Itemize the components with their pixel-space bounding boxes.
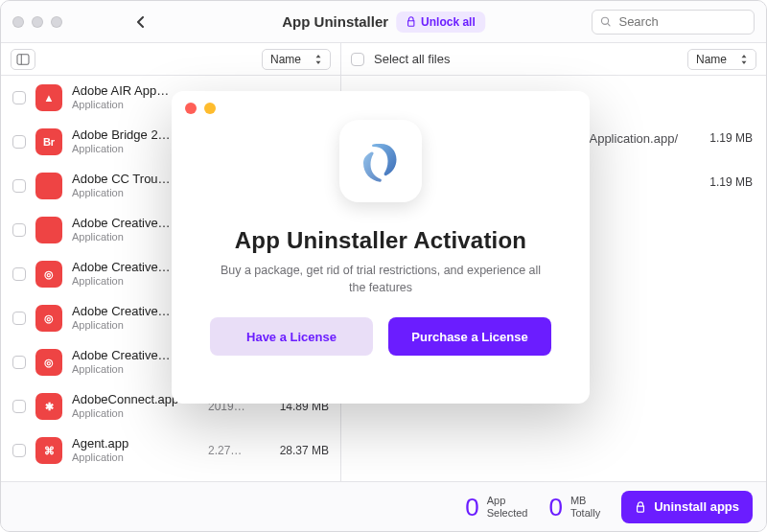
app-name: Adobe CC Trou… — [72, 173, 171, 187]
toolbar-right: Select all files Name — [341, 43, 766, 75]
size-top: MB — [570, 495, 600, 507]
select-all-label: Select all files — [374, 52, 450, 66]
lock-icon — [406, 16, 416, 27]
app-icon: Br — [35, 128, 62, 155]
file-size: 1.19 MB — [697, 175, 753, 189]
app-subtype: Application — [72, 187, 171, 199]
purchase-license-button[interactable]: Purchase a License — [388, 317, 551, 356]
checkbox-icon[interactable] — [12, 444, 26, 457]
app-text: Agent.appApplication — [72, 437, 128, 464]
checkbox-icon[interactable] — [12, 91, 26, 104]
selected-top: App — [487, 495, 528, 507]
toolbar-row: Name Select all files Name — [1, 43, 766, 76]
app-icon — [35, 217, 62, 243]
left-sort-dropdown[interactable]: Name — [262, 49, 331, 70]
app-name: Adobe Creative… — [72, 349, 171, 363]
app-name: Adobe Creative… — [72, 261, 171, 275]
app-text: Adobe Creative…Application — [72, 305, 171, 332]
modal-close-dot[interactable] — [185, 103, 197, 114]
layout-toggle[interactable] — [11, 49, 35, 70]
app-window: App Uninstaller Unlock all Name Selec — [0, 0, 767, 532]
app-subtype: Application — [72, 451, 128, 464]
uninstall-button[interactable]: Uninstall apps — [621, 491, 753, 523]
sort-updown-icon — [314, 55, 322, 64]
unlock-all-button[interactable]: Unlock all — [396, 12, 485, 33]
search-field[interactable] — [592, 10, 755, 35]
close-dot[interactable] — [12, 16, 24, 28]
app-text: Adobe Creative…Application — [72, 217, 171, 243]
app-logo — [339, 120, 422, 202]
stat-selected: 0 App Selected — [465, 495, 527, 520]
app-icon: ✱ — [35, 393, 62, 420]
chevron-left-icon — [135, 16, 147, 28]
page-title: App Uninstaller — [282, 13, 388, 30]
app-icon: ◎ — [35, 349, 62, 376]
sort-updown-icon — [740, 55, 748, 64]
app-icon: ◎ — [35, 261, 62, 288]
app-icon: ▲ — [35, 84, 62, 111]
checkbox-icon[interactable] — [12, 400, 26, 413]
checkbox-icon[interactable] — [12, 223, 26, 237]
have-license-button[interactable]: Have a License — [210, 317, 373, 356]
stat-size: 0 MB Totally — [548, 495, 600, 520]
activation-modal: App Uninstaller Activation Buy a package… — [172, 91, 590, 404]
toolbar-left: Name — [1, 43, 341, 75]
search-input[interactable] — [616, 13, 746, 30]
checkbox-icon[interactable] — [12, 267, 26, 281]
checkbox-icon[interactable] — [12, 356, 26, 369]
checkbox-icon[interactable] — [12, 179, 26, 193]
zoom-dot[interactable] — [51, 16, 62, 28]
app-icon — [35, 173, 62, 199]
app-icon: ◎ — [35, 305, 62, 332]
purchase-license-label: Purchase a License — [411, 330, 527, 344]
checkbox-icon — [351, 53, 364, 66]
app-name: Adobe Creative… — [72, 217, 171, 231]
app-size: 28.37 MB — [269, 444, 329, 457]
app-date: 2.27… — [208, 444, 250, 457]
app-subtype: Application — [72, 143, 171, 155]
app-name: Adobe Bridge 2… — [72, 128, 171, 143]
app-text: Adobe CC Trou…Application — [72, 173, 171, 199]
right-sort-label: Name — [696, 53, 727, 66]
modal-minimize-dot[interactable] — [204, 103, 216, 114]
title-center: App Uninstaller Unlock all — [282, 12, 485, 33]
modal-desc: Buy a package, get rid of trial restrict… — [218, 262, 544, 296]
select-all-checkbox[interactable]: Select all files — [351, 52, 450, 66]
app-name: Adobe Creative… — [72, 305, 171, 319]
selected-count: 0 — [465, 495, 478, 520]
app-name: Adobe AIR App… — [72, 84, 169, 99]
checkbox-icon[interactable] — [12, 135, 26, 149]
app-text: AdobeConnect.appApplication — [72, 393, 178, 420]
selected-bot: Selected — [487, 507, 528, 520]
modal-window-controls — [185, 103, 216, 114]
minimize-dot[interactable] — [32, 16, 43, 28]
app-name: AdobeConnect.app — [72, 393, 178, 407]
app-text: Adobe Creative…Application — [72, 349, 171, 376]
app-subtype: Application — [72, 407, 178, 420]
app-icon: ⌘ — [35, 437, 62, 464]
lock-icon — [635, 501, 646, 513]
uninstall-label: Uninstall apps — [654, 499, 739, 514]
app-name: Agent.app — [72, 437, 128, 451]
app-subtype: Application — [72, 275, 171, 288]
back-button[interactable] — [129, 11, 152, 34]
left-sort-label: Name — [270, 53, 301, 66]
footer-bar: 0 App Selected 0 MB Totally Uninstall ap… — [1, 481, 766, 531]
size-bot: Totally — [570, 507, 600, 520]
app-subtype: Application — [72, 319, 171, 332]
modal-title: App Uninstaller Activation — [235, 227, 526, 254]
svg-rect-1 — [17, 54, 29, 63]
file-size: 1.19 MB — [697, 131, 753, 145]
app-row[interactable]: ⌘Agent.appApplication2.27…28.37 MB — [1, 428, 340, 473]
titlebar: App Uninstaller Unlock all — [1, 1, 766, 43]
search-icon — [600, 15, 611, 28]
columns-icon — [16, 54, 30, 65]
size-count: 0 — [548, 495, 562, 520]
app-subtype: Application — [72, 231, 171, 243]
window-controls — [12, 16, 62, 28]
right-sort-dropdown[interactable]: Name — [687, 49, 756, 70]
checkbox-icon[interactable] — [12, 312, 26, 325]
app-text: Adobe AIR App…Application — [72, 84, 169, 111]
unlock-label: Unlock all — [421, 15, 476, 29]
modal-buttons: Have a License Purchase a License — [210, 317, 551, 356]
